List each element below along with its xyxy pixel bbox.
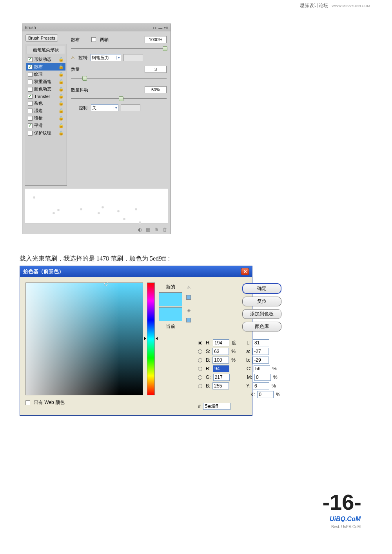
websafe-swatch[interactable] [186,318,191,322]
count-jitter-value[interactable] [145,86,167,93]
site-url: WWW.MISSYUAN.COM [332,4,370,8]
brush-option-6[interactable]: 杂色🔒 [26,100,65,107]
brush-option-4[interactable]: 颜色动态🔒 [26,85,65,93]
a-input[interactable] [252,348,269,355]
H-radio[interactable] [198,341,202,345]
add-swatch-button[interactable]: 添加到色板 [242,309,281,319]
option-checkbox[interactable] [28,65,33,69]
color-field[interactable] [25,282,143,395]
lock-icon[interactable]: 🔒 [58,101,64,106]
control1-dropdown[interactable]: 钢笔压力▾ [91,54,121,61]
brush-option-2[interactable]: 纹理🔒 [26,71,65,78]
option-checkbox[interactable] [28,94,33,99]
watermark-sub: Best. UsEA.CoM [331,525,361,529]
K-input[interactable] [257,391,274,398]
S-radio[interactable] [198,349,202,354]
option-label: Transfer [34,94,50,99]
lock-icon[interactable]: 🔒 [58,57,64,62]
G-input[interactable] [213,374,230,381]
brush-option-9[interactable]: 平滑🔒 [26,122,65,129]
trash-icon[interactable]: 🗑 [163,227,167,232]
gamut-warning-icon[interactable]: ⚠ [187,285,191,290]
color-picker-titlebar: 拾色器（前景色） ✕ [20,266,252,277]
doc-icon[interactable]: 🗎 [154,227,159,232]
brush-tip-shape[interactable]: 画笔笔尖形状 [27,46,65,54]
count-slider[interactable] [71,75,167,81]
option-label: 双重画笔 [34,79,51,85]
count-jitter-label: 数量抖动 [71,87,94,93]
hex-label: # [198,404,201,409]
option-checkbox[interactable] [28,72,33,77]
lock-icon[interactable]: 🔒 [58,116,64,121]
collapse-icon[interactable]: ▸▸ [153,25,157,30]
lock-icon[interactable]: 🔒 [58,94,64,99]
brush-option-1[interactable]: 散布🔒 [26,63,65,71]
hex-input[interactable] [203,403,230,410]
brush-panel: Brush ▸▸ ▬ ▾≡ Brush Presets 画笔笔尖形状 形状动态🔒… [22,24,171,234]
minimize-icon[interactable]: ▬ [158,25,162,30]
brush-option-8[interactable]: 喷枪🔒 [26,114,65,122]
lock-icon[interactable]: 🔒 [58,72,64,77]
M-input[interactable] [254,374,271,381]
option-checkbox[interactable] [28,109,33,113]
R-radio[interactable] [198,367,202,371]
toggle-icon[interactable]: ◐ [138,227,142,232]
lock-icon[interactable]: 🔒 [58,87,64,92]
lock-icon[interactable]: 🔒 [58,79,64,84]
lock-icon[interactable]: 🔒 [58,108,64,113]
lock-icon[interactable]: 🔒 [58,64,64,69]
brush-presets-button[interactable]: Brush Presets [25,34,58,42]
brush-option-10[interactable]: 保护纹理🔒 [26,129,65,137]
web-only-label: 只有 Web 颜色 [34,399,65,406]
reset-button[interactable]: 复位 [242,297,281,306]
L-input[interactable] [253,339,269,346]
lock-icon[interactable]: 🔒 [58,123,64,128]
menu-icon[interactable]: ▾≡ [164,25,168,30]
R-input[interactable] [213,365,229,372]
B-input[interactable] [212,357,229,364]
B-input[interactable] [212,382,229,389]
option-label: 湿边 [34,108,43,114]
option-label: 颜色动态 [34,86,51,92]
option-checkbox[interactable] [28,123,33,128]
C-input[interactable] [254,365,270,372]
lock-icon[interactable]: 🔒 [58,130,64,136]
panel-title: Brush [25,25,153,30]
gamut-swatch[interactable] [186,295,191,300]
scatter-value[interactable] [145,36,167,43]
brush-option-5[interactable]: Transfer🔒 [26,93,65,100]
count-jitter-slider[interactable] [71,96,167,102]
control2-extra [121,104,140,111]
option-checkbox[interactable] [28,87,33,92]
both-axes-checkbox[interactable] [91,37,96,42]
color-field-cursor[interactable] [104,282,108,286]
option-checkbox[interactable] [28,131,33,136]
option-checkbox[interactable] [28,116,33,121]
Y-input[interactable] [253,382,269,389]
B-radio[interactable] [198,384,202,388]
color-library-button[interactable]: 颜色库 [242,322,281,331]
S-input[interactable] [212,348,229,355]
web-only-checkbox[interactable] [25,400,30,405]
new-icon[interactable]: ▦ [146,227,150,232]
b-input[interactable] [252,357,269,364]
G-radio[interactable] [198,375,202,380]
count-value[interactable] [145,66,167,73]
ok-button[interactable]: 确定 [242,283,281,294]
option-checkbox[interactable] [28,101,33,106]
option-checkbox[interactable] [28,57,33,62]
scatter-slider[interactable] [71,45,167,52]
control2-dropdown[interactable]: 关▾ [91,104,118,111]
brush-option-3[interactable]: 双重画笔🔒 [26,78,65,85]
H-input[interactable] [213,339,229,346]
option-label: 平滑 [34,123,43,129]
brush-option-0[interactable]: 形状动态🔒 [26,56,65,63]
close-button[interactable]: ✕ [241,268,249,275]
option-checkbox[interactable] [28,80,33,84]
brush-options-list: 画笔笔尖形状 形状动态🔒散布🔒纹理🔒双重画笔🔒颜色动态🔒Transfer🔒杂色🔒… [25,44,67,186]
option-label: 纹理 [34,71,43,77]
cube-icon[interactable]: ◈ [187,308,191,313]
brush-option-7[interactable]: 湿边🔒 [26,107,65,114]
hue-slider[interactable] [147,282,155,395]
B-radio[interactable] [198,358,202,362]
